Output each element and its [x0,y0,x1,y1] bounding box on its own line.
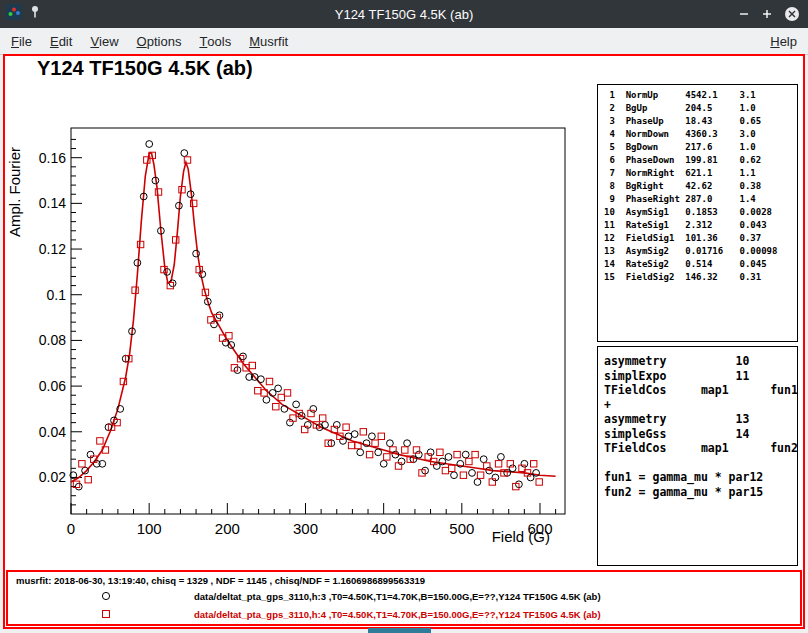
param-row: 8 BgRight 42.62 0.38 [604,180,797,193]
menu-item-help[interactable]: Help [761,28,806,54]
x-tick-label: 400 [371,520,396,537]
info-pad: musrfit: 2018-06-30, 13:19:40, chisq = 1… [6,570,802,626]
plot-title: Y124 TF150G 4.5K (ab) [37,57,253,80]
theory-line: TFieldCos map1 fun2 [604,441,797,456]
x-tick-label: 200 [215,520,240,537]
legend: data/deltat_pta_gps_3110,h:3 ,T0=4.50K,T… [8,587,800,623]
theory-line: fun2 = gamma_mu * par15 [604,485,797,500]
x-tick-label: 100 [137,520,162,537]
theory-line: simplExpo 11 [604,369,797,384]
legend-row: data/deltat_pta_gps_3110,h:4 ,T0=4.50K,T… [8,605,800,623]
x-axis-title: Field (G) [492,528,550,545]
menu-item-options[interactable]: Options [128,28,191,54]
theory-line: TFieldCos map1 fun1 [604,383,797,398]
minimize-button[interactable] [738,8,750,20]
maximize-button[interactable] [761,8,773,20]
param-row: 5 BgDown 217.6 1.0 [604,141,797,154]
theory-line: asymmetry 10 [604,354,797,369]
y-axis-title: Ampl. Fourier [6,147,23,237]
close-button[interactable] [784,6,800,22]
legend-label: data/deltat_pta_gps_3110,h:4 ,T0=4.50K,T… [194,609,601,620]
pin-icon[interactable] [29,5,41,23]
param-row: 6 PhaseDown 199.81 0.62 [604,154,797,167]
titlebar[interactable]: Y124 TF150G 4.5K (ab) [0,0,808,28]
param-row: 13 AsymSig2 0.01716 0.00098 [604,245,797,258]
x-tick-label: 500 [449,520,474,537]
theory-line: asymmetry 13 [604,412,797,427]
theory-line [604,456,797,471]
legend-label: data/deltat_pta_gps_3110,h:3 ,T0=4.50K,T… [194,591,601,602]
menubar: FileEditViewOptionsToolsMusrfit Help [0,28,808,55]
window-title: Y124 TF150G 4.5K (ab) [0,7,808,22]
param-row: 4 NormDown 4360.3 3.0 [604,128,797,141]
param-row: 2 BgUp 204.5 1.0 [604,102,797,115]
theory-box: asymmetry 10simplExpo 11TFieldCos map1 f… [597,346,798,566]
legend-row: data/deltat_pta_gps_3110,h:3 ,T0=4.50K,T… [8,587,800,605]
menu-item-view[interactable]: View [81,28,127,54]
fit-status: musrfit: 2018-06-30, 13:19:40, chisq = 1… [16,575,800,586]
parameter-table: 1 NormUp 4542.1 3.1 2 BgUp 204.5 1.0 3 P… [597,84,798,342]
param-row: 1 NormUp 4542.1 3.1 [604,89,797,102]
param-row: 12 FieldSig1 101.36 0.37 [604,232,797,245]
param-row: 15 FieldSig2 146.32 0.31 [604,271,797,284]
param-row: 10 AsymSig1 0.1853 0.0028 [604,206,797,219]
y-tick-label: 0.06 [39,378,66,394]
fourier-plot[interactable]: 01002003004005006000.020.040.060.080.10.… [5,84,595,570]
x-tick-label: 0 [67,520,75,537]
menu-item-tools[interactable]: Tools [190,28,240,54]
menu-item-file[interactable]: File [2,28,41,54]
y-tick-label: 0.04 [39,424,66,440]
param-row: 7 NormRight 621.1 1.1 [604,167,797,180]
theory-line: + [604,398,797,413]
theory-line: simpleGss 14 [604,427,797,442]
y-tick-label: 0.14 [39,195,66,211]
param-row: 11 RateSig1 2.312 0.043 [604,219,797,232]
legend-marker-square [100,608,112,620]
x-tick-label: 300 [293,520,318,537]
legend-marker-circle [100,590,112,602]
root-canvas[interactable]: Y124 TF150G 4.5K (ab) 010020030040050060… [3,54,805,629]
menu-item-edit[interactable]: Edit [41,28,81,54]
param-row: 9 PhaseRight 287.0 1.4 [604,193,797,206]
param-row: 3 PhaseUp 18.43 0.65 [604,115,797,128]
param-row: 14 RateSig2 0.514 0.045 [604,258,797,271]
y-tick-label: 0.1 [47,287,67,303]
y-tick-label: 0.12 [39,241,66,257]
bottom-panel-strip [368,628,431,633]
y-tick-label: 0.02 [39,469,66,485]
y-tick-label: 0.16 [39,150,66,166]
y-tick-label: 0.08 [39,332,66,348]
menu-item-musrfit[interactable]: Musrfit [240,28,297,54]
theory-line: fun1 = gamma_mu * par12 [604,470,797,485]
app-icon[interactable] [6,4,22,24]
